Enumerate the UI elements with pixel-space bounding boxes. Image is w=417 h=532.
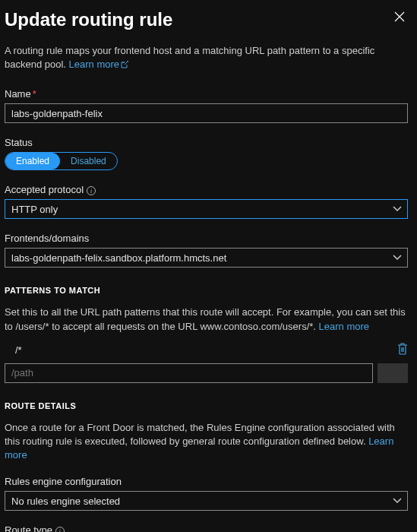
- frontends-select[interactable]: labs-goldenpath-felix.sandbox.platform.h…: [5, 248, 408, 268]
- protocol-label: Accepted protocoli: [5, 184, 408, 195]
- pattern-input[interactable]: [5, 363, 373, 383]
- protocol-select[interactable]: HTTP only: [5, 199, 408, 219]
- intro-body: A routing rule maps your frontend host a…: [5, 45, 374, 70]
- status-label: Status: [5, 137, 408, 148]
- learn-more-link[interactable]: Learn more: [69, 59, 128, 70]
- pattern-row: /*: [5, 340, 408, 363]
- close-icon[interactable]: [391, 9, 408, 26]
- patterns-learn-more-link[interactable]: Learn more: [319, 321, 369, 332]
- pattern-value: /*: [15, 344, 22, 356]
- route-desc: Once a route for a Front Door is matched…: [5, 421, 408, 463]
- add-pattern-row: [5, 363, 408, 383]
- required-indicator: *: [33, 88, 36, 100]
- trash-icon[interactable]: [397, 343, 408, 357]
- route-type-label: Route typei: [5, 524, 408, 532]
- rules-engine-select[interactable]: No rules engine selected: [5, 491, 408, 511]
- status-toggle: Enabled Disabled: [5, 152, 118, 170]
- name-input[interactable]: [5, 103, 408, 123]
- status-disabled-button[interactable]: Disabled: [60, 153, 117, 169]
- page-title: Update routing rule: [5, 9, 172, 30]
- info-icon[interactable]: i: [55, 527, 65, 532]
- route-header: ROUTE DETAILS: [5, 401, 408, 410]
- patterns-desc: Set this to all the URL path patterns th…: [5, 306, 408, 333]
- external-link-icon: [121, 59, 128, 66]
- patterns-header: PATTERNS TO MATCH: [5, 286, 408, 295]
- intro-text: A routing rule maps your frontend host a…: [5, 44, 408, 71]
- status-enabled-button[interactable]: Enabled: [5, 153, 60, 169]
- rules-engine-label: Rules engine configuration: [5, 476, 408, 487]
- frontends-label: Frontends/domains: [5, 233, 408, 244]
- name-label: Name*: [5, 88, 408, 100]
- info-icon[interactable]: i: [87, 186, 96, 195]
- add-pattern-button[interactable]: [378, 363, 408, 383]
